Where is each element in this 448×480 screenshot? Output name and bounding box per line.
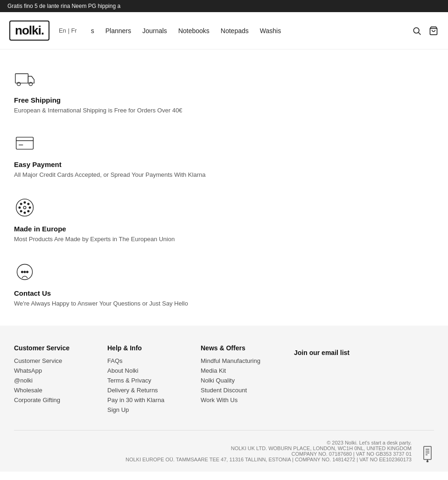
eu-icon bbox=[14, 197, 35, 218]
banner-text: Gratis fino 5 de lante rina Neem PG hipp… bbox=[7, 3, 120, 9]
footer-link-nolki-quality[interactable]: Nolki Quality bbox=[201, 377, 266, 384]
lang-switch[interactable]: En | Fr bbox=[59, 27, 77, 34]
svg-point-0 bbox=[413, 28, 419, 33]
nav-icons bbox=[412, 26, 439, 36]
footer-help-info-title: Help & Info bbox=[107, 344, 173, 352]
svg-point-16 bbox=[20, 210, 22, 212]
svg-point-12 bbox=[19, 207, 21, 209]
footer-help-info-col: Help & Info FAQs About Nolki Terms & Pri… bbox=[107, 344, 173, 416]
feature-free-shipping: Free Shipping European & International S… bbox=[14, 68, 434, 114]
svg-line-1 bbox=[419, 32, 421, 35]
nav-item-notepads[interactable]: Notepads bbox=[221, 27, 249, 35]
footer-email-title: Join our email list bbox=[294, 349, 359, 356]
nav-item-notebooks[interactable]: Notebooks bbox=[178, 27, 210, 35]
footer-link-pay-klarna[interactable]: Pay in 30 with Klarna bbox=[107, 397, 173, 403]
nav-item-s[interactable]: s bbox=[91, 27, 94, 35]
svg-point-21 bbox=[24, 271, 26, 273]
footer-link-customer-service[interactable]: Customer Service bbox=[14, 357, 79, 364]
feature-contact-us-desc: We're Always Happy to Answer Your Questi… bbox=[14, 300, 434, 307]
footer-customer-service-col: Customer Service Customer Service WhatsA… bbox=[14, 344, 79, 416]
footer-link-delivery-returns[interactable]: Delivery & Returns bbox=[107, 387, 173, 394]
svg-point-15 bbox=[28, 203, 29, 205]
svg-point-22 bbox=[27, 271, 28, 273]
feature-made-in-europe: Made in Europe Most Products Are Made by… bbox=[14, 197, 434, 243]
footer: Customer Service Customer Service WhatsA… bbox=[0, 326, 448, 472]
footer-address1: NOLKI UK LTD. WOBURN PLACE, LONDON, WC1H… bbox=[126, 445, 412, 451]
nav-item-washis[interactable]: Washis bbox=[260, 27, 281, 35]
footer-link-wholesale[interactable]: Wholesale bbox=[14, 387, 79, 394]
features-section: Free Shipping European & International S… bbox=[0, 49, 448, 326]
footer-link-sign-up[interactable]: Sign Up bbox=[107, 406, 173, 413]
footer-link-student-discount[interactable]: Student Discount bbox=[201, 387, 266, 394]
footer-logo-icon bbox=[421, 445, 434, 462]
feature-contact-us-title: Contact Us bbox=[14, 289, 434, 297]
footer-address2: COMPANY NO. 07187680 | VAT NO GB353 3737… bbox=[126, 451, 412, 457]
footer-news-offers-col: News & Offers Mindful Manufacturing Medi… bbox=[201, 344, 266, 416]
svg-point-28 bbox=[427, 461, 428, 462]
feature-easy-payment: Easy Payment All Major Credit Cards Acce… bbox=[14, 132, 434, 178]
svg-point-17 bbox=[28, 210, 29, 212]
footer-copyright: © 2023 Nolki. Let's start a desk party. bbox=[126, 440, 412, 445]
feature-free-shipping-desc: European & International Shipping is Fre… bbox=[14, 107, 434, 114]
footer-link-nolki-social[interactable]: @nolki bbox=[14, 377, 79, 384]
svg-point-18 bbox=[23, 206, 26, 209]
footer-news-offers-title: News & Offers bbox=[201, 344, 266, 352]
feature-easy-payment-desc: All Major Credit Cards Accepted, or Spre… bbox=[14, 171, 434, 178]
footer-link-corporate-gifting[interactable]: Corporate Gifting bbox=[14, 397, 79, 403]
svg-point-5 bbox=[29, 82, 32, 85]
footer-link-media-kit[interactable]: Media Kit bbox=[201, 367, 266, 374]
footer-link-terms-privacy[interactable]: Terms & Privacy bbox=[107, 377, 173, 384]
svg-point-13 bbox=[29, 207, 31, 209]
svg-point-11 bbox=[24, 212, 26, 214]
feature-free-shipping-title: Free Shipping bbox=[14, 96, 434, 104]
main-nav: s Planners Journals Notebooks Notepads W… bbox=[91, 27, 412, 35]
cart-icon[interactable] bbox=[428, 26, 439, 36]
footer-bottom: © 2023 Nolki. Let's start a desk party. … bbox=[14, 430, 434, 462]
footer-bottom-text: © 2023 Nolki. Let's start a desk party. … bbox=[126, 440, 412, 462]
footer-address3: NOLKI EUROPE OÜ. TAMMSAARE TEE 47, 11316… bbox=[126, 457, 412, 462]
svg-rect-3 bbox=[15, 74, 28, 83]
chat-icon bbox=[14, 261, 35, 283]
footer-link-about-nolki[interactable]: About Nolki bbox=[107, 367, 173, 374]
svg-point-4 bbox=[17, 82, 21, 85]
nav-item-journals[interactable]: Journals bbox=[142, 27, 167, 35]
card-icon bbox=[14, 132, 35, 154]
feature-made-in-europe-title: Made in Europe bbox=[14, 225, 434, 233]
svg-point-14 bbox=[20, 203, 22, 205]
truck-icon bbox=[14, 68, 35, 90]
svg-rect-6 bbox=[16, 137, 34, 149]
svg-point-10 bbox=[24, 202, 26, 203]
header: nolki. En | Fr s Planners Journals Noteb… bbox=[0, 12, 448, 49]
logo[interactable]: nolki. bbox=[9, 21, 49, 41]
top-banner: Gratis fino 5 de lante rina Neem PG hipp… bbox=[0, 0, 448, 12]
search-icon[interactable] bbox=[412, 26, 422, 36]
footer-link-mindful-manufacturing[interactable]: Mindful Manufacturing bbox=[201, 357, 266, 364]
feature-made-in-europe-desc: Most Products Are Made by Experts in The… bbox=[14, 236, 434, 243]
nav-item-planners[interactable]: Planners bbox=[105, 27, 131, 35]
footer-link-whatsapp[interactable]: WhatsApp bbox=[14, 367, 79, 374]
footer-link-work-with-us[interactable]: Work With Us bbox=[201, 397, 266, 403]
footer-customer-service-title: Customer Service bbox=[14, 344, 79, 352]
footer-top: Customer Service Customer Service WhatsA… bbox=[14, 344, 434, 416]
footer-link-faqs[interactable]: FAQs bbox=[107, 357, 173, 364]
feature-easy-payment-title: Easy Payment bbox=[14, 160, 434, 168]
svg-point-20 bbox=[21, 271, 23, 273]
feature-contact-us: Contact Us We're Always Happy to Answer … bbox=[14, 261, 434, 307]
footer-email-col: Join our email list bbox=[294, 349, 359, 416]
